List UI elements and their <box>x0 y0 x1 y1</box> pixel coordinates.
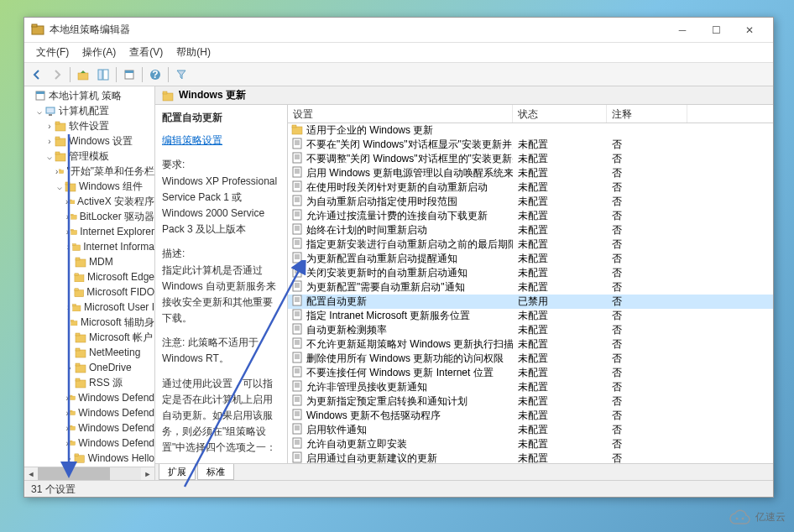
menu-view[interactable]: 查看(V) <box>123 44 170 61</box>
list-row[interactable]: 不要在"关闭 Windows"对话框显示"安装更新并关机"未配置否 <box>288 138 773 152</box>
tree-item[interactable]: ›Microsoft User I <box>24 300 154 315</box>
menu-action[interactable]: 操作(A) <box>76 44 123 61</box>
tree-item[interactable]: NetMeeting <box>24 345 154 360</box>
svg-rect-40 <box>71 320 74 321</box>
list-row[interactable]: 不要连接任何 Windows 更新 Internet 位置未配置否 <box>288 366 773 380</box>
tree-item[interactable]: RSS 源 <box>24 375 154 390</box>
tree-computer-config[interactable]: ⌵计算机配置 <box>24 103 154 118</box>
setting-name: 始终在计划的时间重新启动 <box>306 223 427 237</box>
list-row[interactable]: 指定 Intranet Microsoft 更新服务位置未配置否 <box>288 309 773 323</box>
close-button[interactable]: ✕ <box>733 18 766 42</box>
list-row[interactable]: 关闭安装更新时的自动重新启动通知未配置否 <box>288 266 773 280</box>
list-row[interactable]: 在使用时段关闭针对更新的自动重新启动未配置否 <box>288 180 773 195</box>
tree-toggle[interactable]: ⌵ <box>44 152 55 161</box>
tree-item[interactable]: Microsoft Edge <box>24 269 154 284</box>
svg-rect-49 <box>71 396 76 400</box>
list-row[interactable]: 允许自动更新立即安装未配置否 <box>288 437 773 451</box>
setting-icon <box>291 423 303 437</box>
list-row[interactable]: 自动更新检测频率未配置否 <box>288 323 773 337</box>
tree-toggle[interactable]: › <box>65 227 71 237</box>
tree-item[interactable]: ›Windows Defend <box>24 436 154 451</box>
tree-toggle[interactable]: › <box>65 212 71 222</box>
titlebar[interactable]: 本地组策略编辑器 ─ ☐ ✕ <box>24 18 773 43</box>
tree-item[interactable]: ⌵Windows 组件 <box>24 179 154 194</box>
tree-toggle[interactable]: › <box>65 243 72 252</box>
list-row[interactable]: 适用于企业的 Windows 更新 <box>288 123 773 138</box>
menu-help[interactable]: 帮助(H) <box>170 44 217 61</box>
filter-button[interactable] <box>172 65 191 84</box>
properties-button[interactable] <box>120 65 138 84</box>
folder-icon <box>75 331 86 343</box>
list-row[interactable]: 不要调整"关闭 Windows"对话框里的"安装更新并关机"的默...未配置否 <box>288 152 773 166</box>
tab-extended[interactable]: 扩展 <box>159 464 196 480</box>
list-row[interactable]: 配置自动更新已禁用否 <box>288 295 773 309</box>
col-setting[interactable]: 设置 <box>288 105 513 123</box>
setting-name: 为自动重新启动指定使用时段范围 <box>306 195 457 209</box>
back-button[interactable] <box>28 65 46 84</box>
list-row[interactable]: 允许通过按流量计费的连接自动下载更新未配置否 <box>288 209 773 223</box>
list-row[interactable]: 为自动重新启动指定使用时段范围未配置否 <box>288 195 773 209</box>
setting-name: 自动更新检测频率 <box>306 323 387 337</box>
tree-item[interactable]: ›软件设置 <box>24 118 154 133</box>
tree-hscroll[interactable]: ◄► <box>24 467 154 480</box>
desc-body1: 通过使用此设置，可以指定是否在此计算机上启用自动更新。如果启用该服务，则必须在"… <box>162 376 280 456</box>
tree-root[interactable]: 本地计算机 策略 <box>24 88 154 103</box>
tree-toggle[interactable]: › <box>44 137 55 146</box>
tab-standard[interactable]: 标准 <box>197 464 234 480</box>
list-row[interactable]: 始终在计划的时间重新启动未配置否 <box>288 223 773 237</box>
up-button[interactable] <box>74 65 92 84</box>
tree-item[interactable]: ›BitLocker 驱动器 <box>24 209 154 224</box>
col-comment[interactable]: 注释 <box>607 105 687 123</box>
list-row[interactable]: 删除使用所有 Windows 更新功能的访问权限未配置否 <box>288 352 773 366</box>
menu-file[interactable]: 文件(F) <box>29 44 76 61</box>
tree-item[interactable]: Microsoft FIDO <box>24 284 154 300</box>
tree-item[interactable]: ›Windows Defend <box>24 405 154 420</box>
tree-item[interactable]: Microsoft 帐户 <box>24 330 154 345</box>
tree-item[interactable]: ›Windows 设置 <box>24 133 154 149</box>
help-button[interactable]: ? <box>146 65 165 84</box>
tree-item[interactable]: MDM <box>24 254 154 269</box>
svg-rect-85 <box>293 153 301 163</box>
tree-item[interactable]: ›Windows Defend <box>24 390 154 405</box>
tree-toggle[interactable]: › <box>65 454 74 463</box>
list-row[interactable]: Windows 更新不包括驱动程序未配置否 <box>288 409 773 423</box>
maximize-button[interactable]: ☐ <box>699 18 733 42</box>
tree-toggle[interactable]: ⌵ <box>55 182 65 191</box>
tree-item[interactable]: Microsoft 辅助身 <box>24 315 154 330</box>
edit-policy-link[interactable]: 编辑 <box>162 134 182 146</box>
list-row[interactable]: 指定更新安装进行自动重新启动之前的最后期限未配置否 <box>288 237 773 252</box>
svg-rect-77 <box>163 93 173 101</box>
tree-toggle[interactable]: ⌵ <box>34 107 44 116</box>
list-row[interactable]: 为更新配置自动重新启动提醒通知未配置否 <box>288 252 773 266</box>
list-row[interactable]: 不允许更新延期策略对 Windows 更新执行扫描未配置否 <box>288 337 773 352</box>
policy-settings-link[interactable]: 策略设置 <box>182 134 222 146</box>
tree-item[interactable]: ›Windows Hello <box>24 451 154 466</box>
setting-name: 不允许更新延期策略对 Windows 更新执行扫描 <box>306 337 513 352</box>
col-state[interactable]: 状态 <box>513 105 607 123</box>
tree-item[interactable]: ›ActiveX 安装程序 <box>24 194 154 209</box>
setting-state: 未配置 <box>513 337 607 352</box>
tree-item[interactable]: ⌵管理模板 <box>24 149 154 164</box>
tree-toggle[interactable]: › <box>65 303 72 312</box>
list-row[interactable]: 为更新指定预定重启转换和通知计划未配置否 <box>288 394 773 409</box>
setting-icon <box>291 138 303 152</box>
tree-item[interactable]: ›"开始"菜单和任务栏 <box>24 164 154 179</box>
show-hide-tree-button[interactable] <box>94 65 112 84</box>
policy-tree[interactable]: 本地计算机 策略⌵计算机配置›软件设置›Windows 设置⌵管理模板›"开始"… <box>24 86 154 467</box>
list-row[interactable]: 启用 Windows 更新电源管理以自动唤醒系统来安装计划的...未配置否 <box>288 166 773 180</box>
forward-button[interactable] <box>48 65 66 84</box>
minimize-button[interactable]: ─ <box>666 18 699 42</box>
tree-item[interactable]: ›Internet Explorer <box>24 224 154 239</box>
tree-item[interactable]: ›Internet Informa <box>24 239 154 254</box>
tree-toggle[interactable]: › <box>65 363 75 373</box>
tree-item[interactable]: ›Windows Defend <box>24 420 154 436</box>
list-row[interactable]: 为更新配置"需要自动重新启动"通知未配置否 <box>288 280 773 295</box>
setting-state: 未配置 <box>513 437 607 451</box>
setting-icon <box>291 380 303 394</box>
tree-item[interactable]: ›OneDrive <box>24 360 154 375</box>
list-row[interactable]: 启用通过自动更新建议的更新未配置否 <box>288 451 773 463</box>
tree-toggle[interactable]: › <box>44 122 55 131</box>
list-row[interactable]: 启用软件通知未配置否 <box>288 423 773 437</box>
list-row[interactable]: 允许非管理员接收更新通知未配置否 <box>288 380 773 394</box>
settings-list[interactable]: 设置 状态 注释 适用于企业的 Windows 更新不要在"关闭 Windows… <box>288 105 773 463</box>
